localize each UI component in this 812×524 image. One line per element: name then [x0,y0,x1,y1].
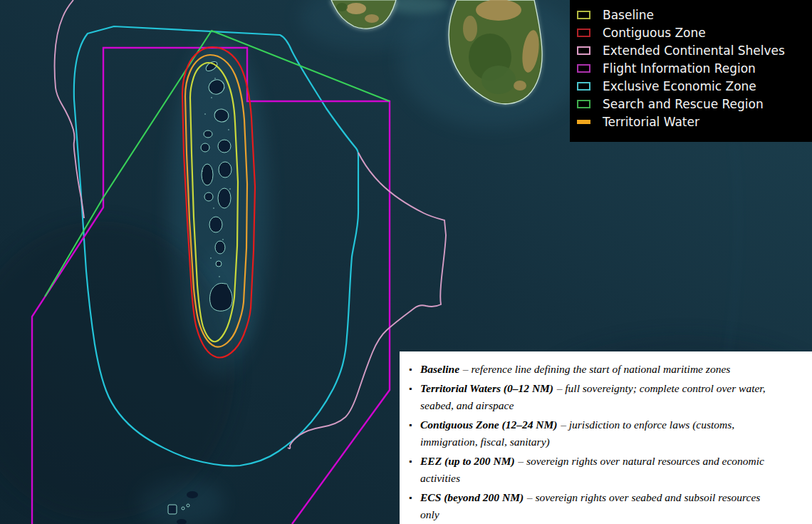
maritime-zones-map-screenshot: Baseline Contiguous Zone Extended Contin… [0,0,812,524]
legend-label: Exclusive Economic Zone [603,79,756,93]
info-desc: – reference line defining the start of n… [463,363,731,375]
legend-swatch-search-and-rescue-region [577,100,590,108]
legend-item-baseline: Baseline [577,6,812,24]
info-item-ecs: ▪ECS (beyond 200 NM)– sovereign rights o… [410,489,808,523]
info-desc-cont: immigration, fiscal, sanitary) [420,433,808,451]
info-desc: – jurisdiction to enforce laws (customs, [561,418,734,431]
legend-label: Extended Continental Shelves [603,43,785,58]
info-item-territorial-waters: ▪Territorial Waters (0–12 NM)– full sove… [410,380,808,414]
info-term: ECS (beyond 200 NM) [420,491,524,503]
info-term: Territorial Waters (0–12 NM) [420,382,553,394]
zones-explanation-box: ▪Baseline– reference line defining the s… [400,351,812,524]
bullet-icon: ▪ [409,416,412,433]
info-desc: – sovereign rights over seabed and subso… [527,491,761,503]
legend-swatch-baseline [577,11,590,19]
legend-label: Baseline [603,8,654,22]
info-desc-cont: only [420,506,808,523]
bullet-icon: ▪ [409,453,412,470]
bullet-icon: ▪ [409,380,412,397]
legend-label: Flight Information Region [603,61,756,76]
info-desc: – sovereign rights over natural resource… [518,455,764,467]
info-desc-cont: seabed, and airspace [420,397,808,414]
legend-item-search-and-rescue-region: Search and Rescue Region [577,95,812,113]
legend-swatch-flight-information-region [577,64,590,73]
zones-explanation-list: ▪Baseline– reference line defining the s… [410,361,808,523]
info-item-eez: ▪EEZ (up to 200 NM)– sovereign rights ov… [410,453,808,487]
legend-label: Contiguous Zone [603,26,706,40]
info-desc-cont: activities [420,470,808,487]
info-item-baseline: ▪Baseline– reference line defining the s… [410,361,808,378]
legend-label: Territorial Water [603,115,699,129]
legend-item-exclusive-economic-zone: Exclusive Economic Zone [577,77,812,95]
bullet-icon: ▪ [409,489,412,506]
legend-label: Search and Rescue Region [603,97,764,111]
legend-item-contiguous-zone: Contiguous Zone [577,24,812,41]
info-term: Baseline [420,363,459,375]
legend-swatch-territorial-water [577,120,590,124]
legend-item-extended-continental-shelves: Extended Continental Shelves [577,41,812,59]
legend-swatch-contiguous-zone [577,29,590,37]
legend-item-flight-information-region: Flight Information Region [577,59,812,77]
info-term: EEZ (up to 200 NM) [420,455,515,467]
info-desc: – full sovereignty; complete control ove… [557,382,766,394]
bullet-icon: ▪ [409,361,412,378]
legend-swatch-extended-continental-shelves [577,46,590,55]
legend-swatch-exclusive-economic-zone [577,82,590,91]
legend-item-territorial-water: Territorial Water [577,113,812,130]
info-term: Contiguous Zone (12–24 NM) [420,418,558,431]
info-item-contiguous-zone: ▪Contiguous Zone (12–24 NM)– jurisdictio… [410,416,808,451]
map-legend: Baseline Contiguous Zone Extended Contin… [570,0,812,142]
